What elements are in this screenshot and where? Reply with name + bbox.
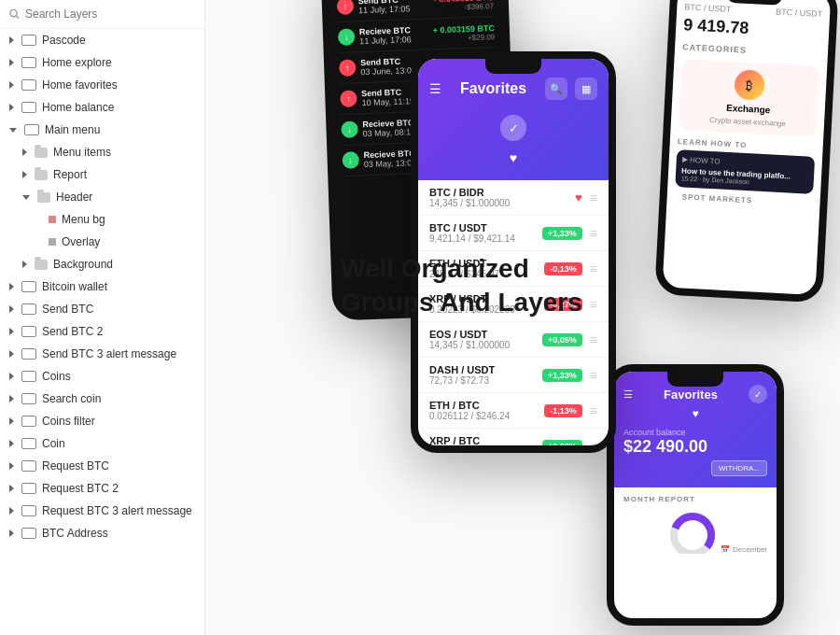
coin-row: DASH / USDT 72,73 / $72.73 +1,33% ≡ (418, 358, 609, 393)
layer-item-request-btc-3[interactable]: Request BTC 3 alert message (0, 500, 204, 522)
search-input[interactable] (25, 7, 195, 21)
chevron-right-icon (9, 59, 14, 66)
layer-item-background[interactable]: Background (0, 253, 204, 275)
tx-info: Send BTC 03 June, 13:01 (360, 56, 416, 77)
chevron-right-icon (9, 485, 14, 492)
main-content: Well Organized Groups And Layers ↑ Send … (205, 0, 840, 635)
layer-label: Request BTC 2 (42, 482, 119, 495)
coin-badge: +0,09% (542, 440, 582, 453)
how-to-badge: ▶ HOW TO (682, 155, 721, 165)
layer-item-coins[interactable]: Coins (0, 365, 204, 388)
layer-label: Menu items (53, 146, 111, 159)
headline: Well Organized Groups And Layers (341, 252, 582, 320)
layer-item-report[interactable]: Report (0, 163, 204, 186)
december-label: 📅December (721, 545, 767, 554)
chevron-right-icon (9, 529, 14, 537)
tx-arrow-icon: ↑ (339, 59, 357, 77)
chevron-right-icon (9, 507, 14, 515)
layer-item-send-btc-2[interactable]: Send BTC 2 (0, 320, 204, 343)
account-balance-label: Account balance (623, 428, 767, 437)
phone-notch-2 (485, 59, 541, 74)
tx-arrow-icon: ↓ (342, 151, 359, 169)
search-bar[interactable] (0, 0, 204, 29)
tx-arrow-icon: ↓ (338, 28, 356, 46)
phone-3-content: BTC / USDT BTC / USDT 9 419.78 CATEGORIE… (663, 0, 832, 295)
phone-mockup-4: ☰ Favorites ✓ ♥ Account balance $22 490.… (607, 364, 784, 626)
qr-icon: ▦ (575, 78, 597, 100)
layer-item-home-explore[interactable]: Home explore (0, 51, 204, 74)
chevron-right-icon (9, 283, 14, 290)
screen-icon (21, 528, 36, 539)
chevron-right-icon (9, 328, 14, 335)
tx-info: Recieve BTC 11 July, 17:06 (359, 25, 412, 46)
tx-info: Recieve BTC 03 May, 08:14 (362, 118, 415, 138)
layer-label: Menu bg (62, 213, 105, 226)
layer-item-send-btc[interactable]: Send BTC (0, 298, 204, 320)
chevron-down-icon (9, 128, 17, 133)
svg-line-1 (17, 16, 19, 18)
layer-item-send-btc-3[interactable]: Send BTC 3 alert message (0, 343, 204, 365)
btc-price: 9 419.78 (683, 15, 822, 42)
tx-amounts: + 0.003159 BTC +$29.09 (432, 23, 495, 43)
rect-icon (49, 216, 56, 223)
folder-icon (37, 192, 50, 203)
chevron-down-icon (22, 195, 30, 200)
phone-mockup-3: BTC / USDT BTC / USDT 9 419.78 CATEGORIE… (654, 0, 839, 303)
layer-label: Home explore (42, 56, 112, 69)
coin-info: EOS / USDT 14,345 / $1.000000 (429, 329, 510, 350)
coin-row: EOS / USDT 14,345 / $1.000000 +0,05% ≡ (418, 322, 609, 358)
layer-label: Report (53, 168, 87, 181)
tx-arrow-icon: ↑ (337, 0, 355, 15)
tx-info: Recieve BTC 03 May, 13:01 (363, 148, 416, 169)
layer-item-coins-filter[interactable]: Coins filter (0, 410, 204, 432)
chevron-right-icon (22, 148, 27, 156)
layer-item-overlay[interactable]: Overlay (0, 231, 204, 253)
layer-item-main-menu[interactable]: Main menu (0, 119, 204, 141)
categories-label: CATEGORIES (682, 42, 820, 59)
learn-section: LEARN HOW TO ▶ HOW TO How to use the tra… (675, 137, 816, 194)
screen-icon (21, 281, 36, 292)
layer-item-btc-address[interactable]: BTC Address (0, 522, 204, 544)
layer-item-home-balance[interactable]: Home balance (0, 96, 204, 119)
chevron-right-icon (9, 395, 14, 402)
chevron-right-icon (9, 373, 14, 380)
p4-menu-icon: ☰ (623, 388, 633, 401)
coin-badge: +0,05% (542, 333, 582, 346)
screen-icon (21, 102, 36, 113)
layer-label: Home balance (42, 101, 114, 114)
screen-icon (21, 35, 36, 46)
phone-2-header: ☰ Favorites 🔍 ▦ ✓ ♥ (418, 59, 609, 180)
layer-label: Coin (42, 437, 65, 450)
layer-item-menu-bg[interactable]: Menu bg (0, 208, 204, 231)
layer-item-bitcoin-wallet[interactable]: Bitcoin wallet (0, 275, 204, 298)
layer-item-search-coin[interactable]: Search coin (0, 388, 204, 410)
coin-badge: +1,33% (542, 227, 582, 240)
layer-item-request-btc[interactable]: Request BTC (0, 455, 204, 477)
menu-icon: ☰ (429, 81, 441, 96)
layer-item-menu-items[interactable]: Menu items (0, 141, 204, 163)
withdraw-button[interactable]: WITHDRA... (711, 460, 767, 476)
coin-menu-icon: ≡ (590, 226, 597, 241)
coin-info: ETH / BTC 0.026112 / $246.24 (429, 400, 510, 421)
coin-info: BTC / BIDR 14,345 / $1.000000 (429, 187, 510, 208)
screen-icon (21, 371, 36, 382)
chevron-right-icon (9, 104, 14, 111)
phone-notch-4 (667, 372, 723, 387)
layer-label: Request BTC (42, 459, 109, 473)
chevron-right-icon (22, 171, 27, 178)
tx-amounts: - 0.043010 BTC -$396.07 (434, 0, 495, 12)
exchange-desc: Crypto asset exchange (709, 116, 786, 128)
fav-heart: ♥ (575, 190, 582, 205)
layer-item-home-favorites[interactable]: Home favorites (0, 74, 204, 96)
layer-item-pascode[interactable]: Pascode (0, 29, 204, 51)
coin-menu-icon: ≡ (590, 439, 597, 454)
layer-item-request-btc-2[interactable]: Request BTC 2 (0, 477, 204, 500)
month-report-label: MONTH REPORT (614, 487, 777, 507)
coin-row: XRP / BTC 0.000002146 / $0.2027... +0,09… (418, 429, 609, 453)
layer-item-coin[interactable]: Coin (0, 432, 204, 455)
coin-menu-icon: ≡ (590, 368, 597, 383)
tx-info: Send BTC 11 July, 17:05 (358, 0, 411, 15)
layer-item-header[interactable]: Header (0, 186, 204, 208)
coin-badge: -1,13% (544, 404, 582, 417)
layer-label: Bitcoin wallet (42, 280, 107, 293)
